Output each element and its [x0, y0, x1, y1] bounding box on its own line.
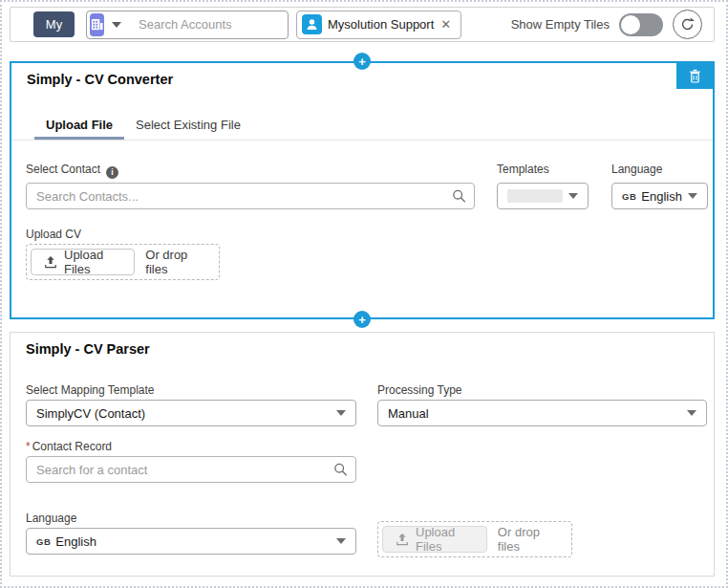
building-icon	[90, 17, 104, 32]
add-tile-above-button[interactable]	[353, 53, 371, 70]
language-value: English	[641, 189, 682, 204]
language-select[interactable]: GB English	[611, 183, 708, 209]
show-empty-tiles-toggle[interactable]	[619, 13, 663, 36]
chevron-down-icon	[336, 538, 346, 544]
refresh-icon	[679, 16, 696, 33]
processing-type-label: Processing Type	[377, 383, 462, 397]
processing-type-select[interactable]: Manual	[377, 400, 707, 426]
parser-contact-search-field	[26, 456, 356, 483]
converter-tabs: Upload File Select Existing File	[11, 108, 713, 141]
parser-contact-search-input[interactable]	[26, 456, 356, 483]
tab-select-existing-file[interactable]: Select Existing File	[124, 108, 252, 140]
my-accounts-button[interactable]: My	[33, 11, 75, 37]
upload-button-label: Upload Files	[416, 525, 474, 554]
parser-drop-zone[interactable]: Upload Files Or drop files	[377, 521, 572, 557]
top-toolbar: My	[10, 7, 715, 42]
language-label: Language	[611, 163, 662, 176]
cv-converter-tile[interactable]: Simply - CV Converter Upload File Select…	[10, 61, 715, 319]
account-object-button[interactable]	[90, 13, 104, 36]
search-icon	[452, 189, 466, 204]
pill-label: Mysolution Support	[328, 17, 434, 32]
close-icon[interactable]	[439, 17, 452, 32]
select-contact-label-text: Select Contact	[26, 163, 100, 176]
mapping-template-select[interactable]: SimplyCV (Contact)	[26, 400, 356, 426]
account-search-input[interactable]	[129, 17, 310, 32]
account-search-combo	[86, 11, 289, 39]
delete-tile-button[interactable]	[676, 63, 713, 89]
upload-files-button[interactable]: Upload Files	[31, 249, 135, 275]
drop-files-text: Or drop files	[135, 248, 215, 276]
templates-label: Templates	[497, 163, 549, 176]
show-empty-tiles-label: Show Empty Tiles	[511, 17, 610, 32]
mapping-template-value: SimplyCV (Contact)	[36, 406, 145, 421]
selected-account-pill[interactable]: Mysolution Support	[296, 11, 461, 39]
contact-record-label-text: Contact Record	[32, 440, 112, 453]
contact-search-field	[26, 183, 475, 209]
parser-language-label: Language	[26, 512, 76, 525]
contact-record-label: *Contact Record	[26, 440, 112, 453]
chevron-down-icon	[688, 193, 697, 199]
contact-avatar-icon	[302, 14, 322, 34]
language-value: English	[55, 534, 96, 549]
drop-files-text: Or drop files	[487, 525, 567, 554]
tile-title: Simply - CV Converter	[27, 72, 173, 87]
templates-loading-placeholder	[507, 189, 563, 203]
chevron-down-icon	[687, 410, 696, 416]
cv-drop-zone[interactable]: Upload Files Or drop files	[26, 244, 220, 280]
select-contact-label: Select Contact	[26, 163, 118, 179]
toggle-knob	[621, 15, 640, 34]
upload-icon	[396, 533, 409, 546]
processing-type-value: Manual	[388, 406, 429, 421]
add-tile-below-button[interactable]	[353, 311, 371, 328]
contact-search-input[interactable]	[26, 183, 475, 209]
required-asterisk: *	[26, 440, 31, 453]
toolbar-right: Show Empty Tiles	[511, 10, 702, 39]
refresh-button[interactable]	[673, 10, 702, 39]
chevron-down-icon[interactable]	[112, 22, 121, 28]
upload-cv-label: Upload CV	[26, 228, 81, 241]
builder-canvas: My	[0, 0, 728, 588]
chevron-down-icon	[568, 193, 578, 199]
mapping-template-label: Select Mapping Template	[26, 383, 155, 397]
tab-upload-file[interactable]: Upload File	[34, 108, 124, 140]
tile-title: Simply - CV Parser	[26, 341, 150, 357]
chevron-down-icon	[336, 410, 346, 416]
parser-upload-files-button[interactable]: Upload Files	[382, 526, 487, 553]
templates-select[interactable]	[497, 183, 589, 209]
upload-icon	[44, 255, 57, 269]
trash-icon	[689, 69, 701, 83]
parser-language-select[interactable]: GB English	[26, 528, 356, 555]
search-icon	[333, 463, 348, 477]
cv-parser-tile[interactable]: Simply - CV Parser Select Mapping Templa…	[10, 332, 715, 577]
info-icon[interactable]	[106, 166, 118, 179]
upload-button-label: Upload Files	[64, 248, 121, 276]
language-country-code: GB	[36, 536, 51, 547]
language-country-code: GB	[622, 191, 636, 202]
